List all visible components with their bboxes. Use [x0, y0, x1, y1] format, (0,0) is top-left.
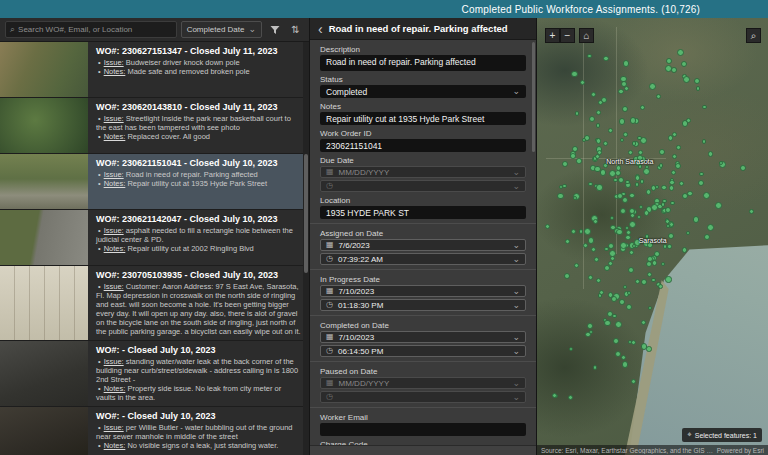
- assignment-point[interactable]: [638, 150, 643, 155]
- assignment-point[interactable]: [702, 139, 706, 143]
- assignment-point[interactable]: [626, 304, 632, 310]
- assignment-point[interactable]: [596, 123, 601, 128]
- assignment-point[interactable]: [545, 224, 550, 229]
- assignment-point[interactable]: [623, 285, 627, 289]
- assignment-point[interactable]: [629, 250, 634, 255]
- list-scrollbar-thumb[interactable]: [304, 154, 308, 274]
- assignment-point[interactable]: [629, 221, 636, 228]
- assignment-point[interactable]: [699, 172, 704, 177]
- assignment-point[interactable]: [582, 138, 586, 142]
- assignment-point[interactable]: [585, 332, 591, 338]
- assignment-point[interactable]: [679, 181, 684, 186]
- assignment-point[interactable]: [596, 138, 602, 144]
- assignment-point[interactable]: [656, 94, 661, 99]
- assignment-point[interactable]: [616, 229, 622, 235]
- assignment-point[interactable]: [626, 230, 631, 235]
- assignment-point[interactable]: [621, 355, 626, 360]
- assignment-point[interactable]: [675, 163, 681, 169]
- search-input[interactable]: [18, 25, 172, 34]
- assignment-point[interactable]: [640, 105, 645, 110]
- assignment-point[interactable]: [568, 395, 573, 400]
- assignment-point[interactable]: [562, 184, 567, 189]
- assignment-point[interactable]: [671, 170, 676, 175]
- assignment-point[interactable]: [641, 320, 646, 325]
- assignment-point[interactable]: [619, 299, 625, 305]
- completed-time-input[interactable]: ◷06:14:50 PM ⌄: [320, 345, 526, 357]
- assignment-point[interactable]: [615, 170, 621, 176]
- form-scrollbar-thumb[interactable]: [532, 42, 535, 152]
- assignment-point[interactable]: [619, 118, 625, 124]
- assignment-point[interactable]: [655, 185, 659, 189]
- assignment-point[interactable]: [647, 272, 652, 277]
- work-order-list-item[interactable]: WO#: 230620143810 - Closed July 11, 2023…: [0, 98, 309, 154]
- assignment-point[interactable]: [609, 250, 616, 257]
- assignment-point[interactable]: [629, 193, 634, 198]
- assignment-point[interactable]: [570, 153, 576, 159]
- in-progress-time-input[interactable]: ◷01:18:30 PM ⌄: [320, 299, 526, 311]
- assignment-point[interactable]: [620, 242, 627, 249]
- assignment-point[interactable]: [620, 138, 624, 142]
- zoom-out-button[interactable]: −: [560, 28, 575, 43]
- work-order-id-input[interactable]: 230621151041: [320, 139, 526, 152]
- assignment-point[interactable]: [565, 239, 570, 244]
- assignment-point[interactable]: [618, 177, 624, 183]
- assignment-point[interactable]: [641, 279, 647, 285]
- work-order-list-item[interactable]: WO#: - Closed July 10, 2023 •Issue: per …: [0, 407, 309, 455]
- assignment-point[interactable]: [598, 100, 603, 105]
- assignment-point[interactable]: [627, 291, 631, 295]
- assignment-point[interactable]: [635, 279, 640, 284]
- assignment-point[interactable]: [603, 56, 609, 62]
- assignment-point[interactable]: [624, 86, 629, 91]
- assignment-point[interactable]: [620, 208, 626, 214]
- assignment-point[interactable]: [665, 207, 671, 213]
- home-button[interactable]: ⌂: [579, 28, 594, 43]
- work-order-list-item-selected[interactable]: WO#: 230621151041 - Closed July 10, 2023…: [0, 154, 309, 210]
- assignment-point[interactable]: [604, 247, 608, 251]
- assignment-point[interactable]: [682, 193, 688, 199]
- due-time-input[interactable]: ◷ ⌄: [320, 180, 526, 192]
- assignment-point[interactable]: [658, 284, 663, 289]
- assignment-point[interactable]: [596, 278, 601, 283]
- assignment-point[interactable]: [649, 83, 656, 90]
- assignment-point[interactable]: [646, 261, 652, 267]
- assignment-point[interactable]: [609, 170, 616, 177]
- assignment-point[interactable]: [632, 141, 636, 145]
- assignment-point[interactable]: [630, 117, 636, 123]
- assignment-point[interactable]: [740, 165, 746, 171]
- description-input[interactable]: Road in need of repair. Parking affected: [320, 55, 526, 71]
- assignment-point[interactable]: [575, 111, 579, 115]
- assignment-point[interactable]: [623, 132, 628, 137]
- assignment-point[interactable]: [564, 273, 570, 279]
- assignment-point[interactable]: [749, 209, 754, 214]
- assignment-point[interactable]: [571, 71, 577, 77]
- powered-by-esri[interactable]: Powered by Esri: [717, 447, 764, 454]
- assignment-point[interactable]: [599, 290, 604, 295]
- assigned-date-input[interactable]: ▦7/6/2023 ⌄: [320, 239, 526, 251]
- assignment-point[interactable]: [659, 149, 665, 155]
- assignment-point[interactable]: [672, 154, 677, 159]
- assignment-point[interactable]: [593, 365, 598, 370]
- assignment-point[interactable]: [584, 228, 591, 235]
- assignment-point[interactable]: [667, 244, 671, 248]
- paused-date-input[interactable]: ▦MM/DD/YYYY ⌄: [320, 377, 526, 389]
- assignment-point[interactable]: [579, 229, 584, 234]
- assignment-point[interactable]: [569, 347, 573, 351]
- assignment-point[interactable]: [583, 243, 588, 248]
- assignment-point[interactable]: [670, 201, 674, 205]
- search-box[interactable]: ⌕: [5, 21, 177, 38]
- assignment-point[interactable]: [637, 215, 641, 219]
- assignment-point[interactable]: [574, 263, 579, 268]
- assignment-point[interactable]: [715, 202, 722, 209]
- assignment-point[interactable]: [604, 320, 610, 326]
- assignment-point[interactable]: [668, 233, 674, 239]
- assignment-point[interactable]: [615, 351, 621, 357]
- assignment-point[interactable]: [615, 321, 622, 328]
- assignment-point[interactable]: [686, 231, 690, 235]
- assignment-point[interactable]: [652, 260, 657, 265]
- assignment-point[interactable]: [644, 210, 649, 215]
- completed-date-input[interactable]: ▦7/10/2023 ⌄: [320, 331, 526, 343]
- assignment-point[interactable]: [587, 323, 593, 329]
- assignment-point[interactable]: [668, 135, 673, 140]
- assignment-point[interactable]: [646, 189, 652, 195]
- assignment-point[interactable]: [604, 265, 610, 271]
